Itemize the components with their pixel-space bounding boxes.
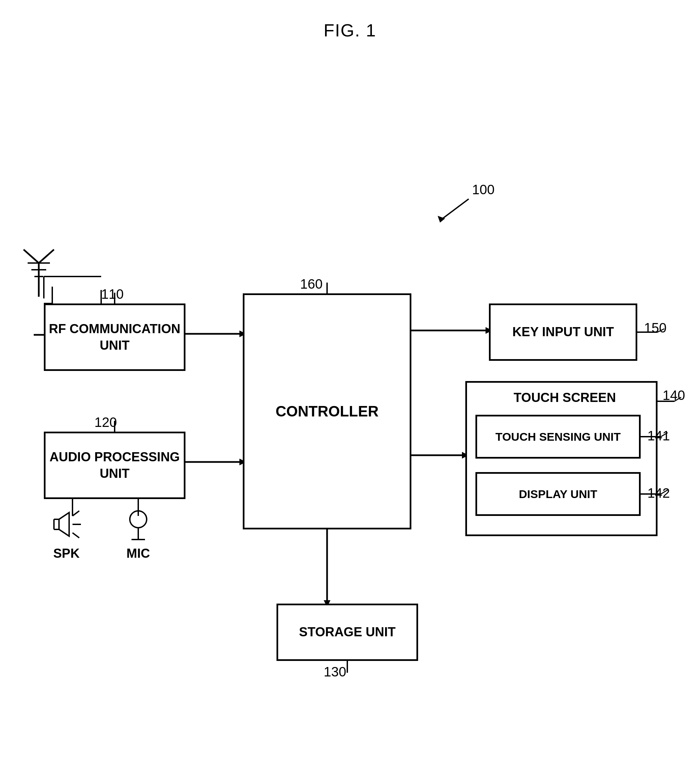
ref-160: 160 [300,277,323,292]
touch-sensing-unit-label: TOUCH SENSING UNIT [495,429,621,444]
svg-marker-15 [438,216,445,223]
rf-communication-unit-label: RF COMMUNICATION UNIT [45,321,184,354]
ref-150: 150 [644,320,667,335]
touch-sensing-unit-box: TOUCH SENSING UNIT [475,415,641,459]
controller-box: CONTROLLER [243,294,412,529]
spk-label: SPK [53,546,80,561]
ref-100: 100 [472,182,495,197]
svg-marker-22 [59,512,69,536]
diagram-container: FIG. 1 100 RF COMMUNICATION UNIT 110 AUD… [0,0,700,784]
controller-label: CONTROLLER [275,402,379,421]
svg-line-17 [23,250,39,263]
svg-line-14 [442,199,469,219]
ref-120: 120 [94,415,117,430]
figure-title: FIG. 1 [324,20,376,40]
ref-130: 130 [324,664,346,679]
key-input-unit-label: KEY INPUT UNIT [512,324,614,340]
ref-140: 140 [663,388,685,403]
key-input-unit-box: KEY INPUT UNIT [489,304,637,361]
svg-line-23 [72,511,79,516]
storage-unit-box: STORAGE UNIT [277,604,418,661]
svg-point-29 [130,511,147,528]
mic-label: MIC [127,546,150,561]
antenna-icon [20,243,57,300]
spk-icon [52,509,89,543]
storage-unit-label: STORAGE UNIT [299,624,395,641]
audio-processing-unit-label: AUDIO PROCESSING UNIT [45,449,184,482]
display-unit-label: DISPLAY UNIT [519,487,597,501]
svg-line-18 [39,250,54,263]
ref-141: 141 [647,428,670,444]
ref-110: 110 [101,287,124,302]
touch-screen-label: TOUCH SCREEN [513,389,616,406]
display-unit-box: DISPLAY UNIT [475,472,641,516]
ref-142: 142 [647,485,670,501]
rf-communication-unit-box: RF COMMUNICATION UNIT [44,304,185,371]
svg-line-25 [72,533,79,538]
audio-processing-unit-box: AUDIO PROCESSING UNIT [44,432,185,499]
mic-icon [125,509,152,543]
